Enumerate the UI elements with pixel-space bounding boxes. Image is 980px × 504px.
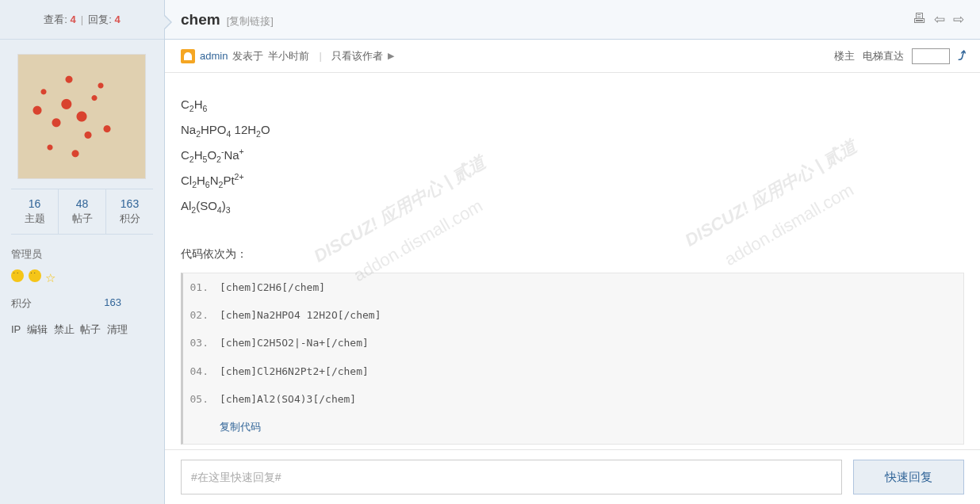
formula: Al2(SO4)3	[181, 193, 964, 219]
lift-icon[interactable]: ⤴	[958, 49, 964, 63]
stat-topics[interactable]: 16 主题	[11, 189, 59, 234]
dropdown-icon[interactable]: ▶	[388, 51, 394, 61]
admin-clean[interactable]: 清理	[107, 323, 128, 335]
arrow-indicator	[164, 14, 172, 30]
elevator-label: 电梯直达	[863, 49, 904, 63]
post-body: DISCUZ! 应用中心 | 贰道 addon.dismall.com DISC…	[165, 73, 980, 449]
separator: |	[319, 50, 321, 62]
code-block: 01.[chem]C2H6[/chem] 02.[chem]Na2HPO4 12…	[181, 273, 964, 445]
formula: Cl2H6N2Pt2+	[181, 168, 964, 193]
formula: C2H6	[181, 92, 964, 117]
formula: Na2HPO4 12H2O	[181, 117, 964, 143]
user-role: 管理员	[11, 247, 153, 262]
next-icon[interactable]: ⇨	[953, 11, 964, 28]
author-name[interactable]: admin	[200, 50, 228, 62]
stat-value: 16	[11, 197, 58, 210]
stat-label: 主题	[11, 212, 58, 226]
stat-value: 48	[59, 197, 105, 210]
admin-ip[interactable]: IP	[11, 323, 21, 335]
formula: C2H5O2-Na+	[181, 143, 964, 168]
only-author-link[interactable]: 只看该作者	[331, 49, 383, 63]
stat-label: 积分	[106, 212, 153, 226]
user-avatar[interactable]	[17, 54, 146, 179]
score-value: 163	[104, 296, 121, 311]
code-section-label: 代码依次为：	[181, 242, 964, 265]
score-line: 积分 163	[11, 296, 153, 311]
views-count: 4	[71, 13, 76, 25]
stat-points[interactable]: 163 积分	[106, 189, 153, 234]
post-title: chem	[181, 11, 220, 29]
post-header: chem [复制链接] 🖶 ⇦ ⇨	[165, 0, 980, 40]
posted-prefix: 发表于	[232, 49, 263, 63]
views-label: 查看:	[44, 13, 67, 27]
replies-label: 回复:	[88, 13, 112, 27]
code-line: 05.[chem]Al2(SO4)3[/chem]	[183, 385, 963, 413]
user-stats: 16 主题 48 帖子 163 积分	[11, 189, 153, 235]
quick-reply-button[interactable]: 快速回复	[853, 460, 964, 494]
avatar-container	[0, 40, 164, 189]
floor-input[interactable]	[912, 48, 950, 64]
floor-owner: 楼主	[834, 49, 855, 63]
thread-stats: 查看: 4 | 回复: 4	[0, 0, 164, 40]
copy-link[interactable]: [复制链接]	[227, 14, 274, 29]
replies-count: 4	[114, 13, 120, 25]
admin-posts[interactable]: 帖子	[80, 323, 101, 335]
post-meta: admin 发表于 半小时前 | 只看该作者 ▶ 楼主 电梯直达 ⤴	[165, 40, 980, 73]
star-icon: ☆	[45, 271, 56, 284]
admin-links: IP 编辑 禁止 帖子 清理	[11, 322, 153, 338]
posted-time: 半小时前	[268, 49, 309, 63]
code-line: 04.[chem]Cl2H6N2Pt2+[/chem]	[183, 357, 963, 385]
badge-icon	[11, 269, 24, 282]
print-icon[interactable]: 🖶	[913, 11, 926, 28]
user-sidebar: 查看: 4 | 回复: 4 16 主题 48 帖子 163 积分 管理员	[0, 0, 165, 504]
separator: |	[81, 13, 83, 25]
user-badges: ☆	[11, 269, 153, 285]
code-line: 02.[chem]Na2HPO4 12H2O[/chem]	[183, 301, 963, 329]
stat-value: 163	[106, 197, 153, 210]
copy-code-link[interactable]: 复制代码	[220, 421, 261, 433]
code-line: 01.[chem]C2H6[/chem]	[183, 273, 963, 301]
quick-reply-bar: 快速回复	[165, 449, 980, 504]
admin-edit[interactable]: 编辑	[27, 323, 48, 335]
stat-posts[interactable]: 48 帖子	[59, 189, 106, 234]
user-icon	[181, 49, 195, 63]
code-line: 03.[chem]C2H5O2|-Na+[/chem]	[183, 329, 963, 357]
main-content: chem [复制链接] 🖶 ⇦ ⇨ admin 发表于 半小时前 | 只看该作者…	[165, 0, 980, 504]
prev-icon[interactable]: ⇦	[934, 11, 945, 28]
badge-icon	[29, 269, 41, 282]
score-label: 积分	[11, 296, 32, 311]
stat-label: 帖子	[59, 212, 105, 226]
admin-ban[interactable]: 禁止	[54, 323, 75, 335]
quick-reply-input[interactable]	[181, 460, 842, 494]
